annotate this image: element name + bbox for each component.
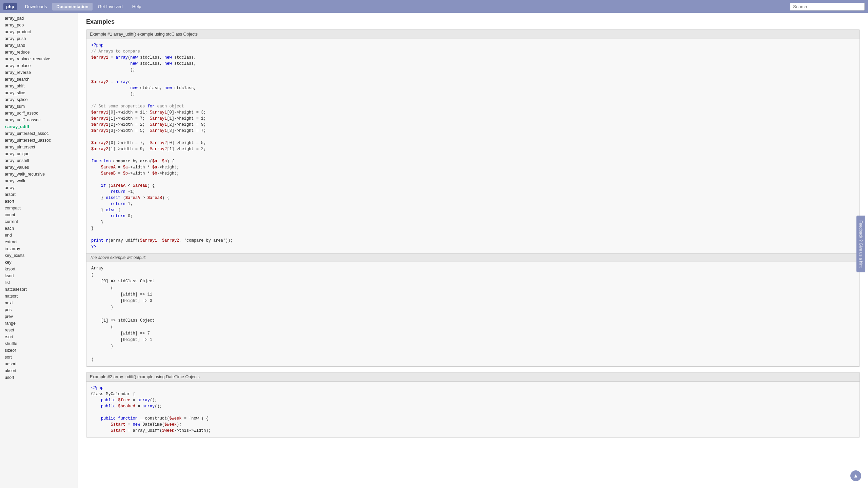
sidebar-item-array-values[interactable]: array_values xyxy=(0,164,78,171)
top-navigation: php Downloads Documentation Get Involved… xyxy=(0,0,868,13)
sidebar-item-array-unique[interactable]: array_unique xyxy=(0,150,78,157)
sidebar-item-array-sum[interactable]: array_sum xyxy=(0,103,78,110)
sidebar-item-array-walk[interactable]: array_walk xyxy=(0,178,78,184)
sidebar-item-each[interactable]: each xyxy=(0,225,78,232)
sidebar-item-array-slice[interactable]: array_slice xyxy=(0,89,78,96)
php-logo[interactable]: php xyxy=(3,3,17,10)
sidebar-item-krsort[interactable]: krsort xyxy=(0,266,78,272)
example-1-title: Example #1 array_udiff() example using s… xyxy=(86,30,860,39)
sidebar-item-natcasesort[interactable]: natcasesort xyxy=(0,286,78,293)
sidebar-item-array-rand[interactable]: array_rand xyxy=(0,42,78,49)
sidebar-item-compact[interactable]: compact xyxy=(0,205,78,211)
sidebar-item-array-splice[interactable]: array_splice xyxy=(0,96,78,103)
section-title: Examples xyxy=(86,18,860,25)
nav-documentation[interactable]: Documentation xyxy=(52,3,93,11)
search-input[interactable] xyxy=(790,3,865,11)
sidebar-item-array-unshift[interactable]: array_unshift xyxy=(0,157,78,164)
feedback-tab[interactable]: Feedback ? Give us a hint xyxy=(856,216,865,272)
sidebar-item-array-udiff-uassoc[interactable]: array_udiff_uassoc xyxy=(0,117,78,123)
sidebar-item-count[interactable]: count xyxy=(0,211,78,218)
sidebar-item-arsort[interactable]: arsort xyxy=(0,191,78,198)
example-box-1: Example #1 array_udiff() example using s… xyxy=(86,29,860,367)
sidebar-item-array-pop[interactable]: array_pop xyxy=(0,22,78,28)
example-1-code: <?php // Arrays to compare $array1 = arr… xyxy=(86,39,860,253)
example-1-output: Array ( [0] => stdClass Object ( [width]… xyxy=(86,262,860,366)
main-content: Examples Example #1 array_udiff() exampl… xyxy=(78,13,868,488)
sidebar-item-key[interactable]: key xyxy=(0,259,78,266)
scroll-to-top-button[interactable]: ▲ xyxy=(850,470,861,481)
example-2-title: Example #2 array_udiff() example using D… xyxy=(86,372,860,382)
sidebar-item-next[interactable]: next xyxy=(0,300,78,306)
sidebar-item-pos[interactable]: pos xyxy=(0,306,78,313)
sidebar-item-range[interactable]: range xyxy=(0,320,78,327)
sidebar-item-array-udiff[interactable]: array_udiff xyxy=(0,123,78,130)
nav-get-involved[interactable]: Get Involved xyxy=(94,3,127,11)
sidebar-item-list[interactable]: list xyxy=(0,279,78,286)
sidebar-item-shuffle[interactable]: shuffle xyxy=(0,340,78,347)
sidebar-item-array-reverse[interactable]: array_reverse xyxy=(0,69,78,76)
sidebar-item-end[interactable]: end xyxy=(0,232,78,239)
sidebar-item-array-shift[interactable]: array_shift xyxy=(0,83,78,89)
sidebar-item-in-array[interactable]: in_array xyxy=(0,245,78,252)
sidebar-item-array-uintersect-assoc[interactable]: array_uintersect_assoc xyxy=(0,130,78,137)
sidebar-item-array-udiff-assoc[interactable]: array_udiff_assoc xyxy=(0,110,78,117)
sidebar-item-array-pad[interactable]: array_pad xyxy=(0,15,78,22)
example-2-code: <?php Class MyCalendar { public $free = … xyxy=(86,382,860,437)
sidebar-item-array-walk-recursive[interactable]: array_walk_recursive xyxy=(0,171,78,178)
sidebar-item-array-reduce[interactable]: array_reduce xyxy=(0,49,78,56)
sidebar-item-array-search[interactable]: array_search xyxy=(0,76,78,83)
sidebar-item-current[interactable]: current xyxy=(0,218,78,225)
sidebar-item-reset[interactable]: reset xyxy=(0,327,78,333)
sidebar-item-prev[interactable]: prev xyxy=(0,313,78,320)
sidebar-item-usort[interactable]: usort xyxy=(0,374,78,381)
sidebar-item-array-uintersect-uassoc[interactable]: array_uintersect_uassoc xyxy=(0,137,78,144)
sidebar-item-key-exists[interactable]: key_exists xyxy=(0,252,78,259)
sidebar-item-sort[interactable]: sort xyxy=(0,354,78,361)
sidebar-item-array-replace-recursive[interactable]: array_replace_recursive xyxy=(0,56,78,62)
sidebar-item-array-uintersect[interactable]: array_uintersect xyxy=(0,144,78,150)
sidebar-item-asort[interactable]: asort xyxy=(0,198,78,205)
sidebar-item-extract[interactable]: extract xyxy=(0,239,78,245)
sidebar-item-sizeof[interactable]: sizeof xyxy=(0,347,78,354)
sidebar-item-natsort[interactable]: natsort xyxy=(0,293,78,300)
sidebar-item-ksort[interactable]: ksort xyxy=(0,272,78,279)
sidebar-item-array-push[interactable]: array_push xyxy=(0,35,78,42)
example-box-2: Example #2 array_udiff() example using D… xyxy=(86,372,860,438)
sidebar-item-array-replace[interactable]: array_replace xyxy=(0,62,78,69)
sidebar-item-uksort[interactable]: uksort xyxy=(0,367,78,374)
sidebar-item-uasort[interactable]: uasort xyxy=(0,361,78,367)
sidebar-item-array-product[interactable]: array_product xyxy=(0,28,78,35)
nav-help[interactable]: Help xyxy=(128,3,145,11)
sidebar-item-rsort[interactable]: rsort xyxy=(0,333,78,340)
sidebar-item-array[interactable]: array xyxy=(0,184,78,191)
example-1-output-label: The above example will output: xyxy=(86,253,860,262)
nav-downloads[interactable]: Downloads xyxy=(21,3,51,11)
sidebar: array_padarray_poparray_productarray_pus… xyxy=(0,13,78,488)
